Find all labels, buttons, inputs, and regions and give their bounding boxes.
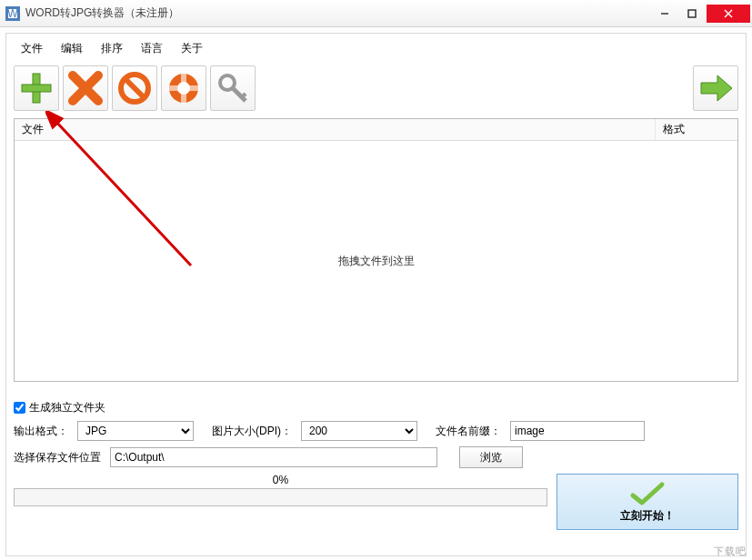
save-path-input[interactable] [110, 447, 437, 467]
toolbar [14, 62, 738, 118]
output-format-select[interactable]: JPG [77, 421, 194, 441]
watermark: 下载吧 [714, 545, 747, 558]
svg-text:W: W [7, 7, 18, 20]
menu-edit[interactable]: 编辑 [61, 41, 83, 56]
menu-language[interactable]: 语言 [141, 41, 163, 56]
add-button[interactable] [14, 65, 59, 111]
table-header: 文件 格式 [15, 119, 737, 141]
svg-line-10 [125, 79, 144, 97]
separate-folder-checkbox[interactable]: 生成独立文件夹 [14, 400, 105, 415]
checkmark-icon [629, 481, 666, 506]
start-button-label: 立刻开始！ [620, 508, 675, 524]
column-file[interactable]: 文件 [15, 119, 656, 140]
drop-hint-text: 拖拽文件到这里 [338, 254, 415, 269]
go-button[interactable] [693, 65, 738, 111]
column-format[interactable]: 格式 [656, 119, 737, 140]
svg-rect-8 [22, 85, 51, 92]
key-icon [215, 70, 251, 106]
svg-line-17 [242, 94, 246, 97]
clear-button[interactable] [112, 65, 157, 111]
svg-rect-14 [167, 85, 200, 91]
file-table: 文件 格式 拖拽文件到这里 [14, 118, 738, 382]
prefix-input[interactable] [510, 421, 645, 441]
svg-rect-4 [688, 10, 696, 17]
progress-bar [14, 488, 547, 506]
menubar: 文件 编辑 排序 语言 关于 [14, 39, 738, 62]
content-frame: 文件 编辑 排序 语言 关于 文件 格式 拖拽文 [5, 33, 747, 556]
progress-percent: 0% [14, 474, 547, 486]
help-button[interactable] [161, 65, 206, 111]
close-button[interactable] [707, 5, 750, 23]
arrow-right-icon [697, 70, 734, 106]
separate-folder-input[interactable] [14, 402, 25, 414]
lifebuoy-icon [165, 70, 202, 106]
maximize-button[interactable] [679, 5, 705, 23]
save-path-label: 选择保存文件位置 [14, 450, 101, 465]
options-panel: 生成独立文件夹 输出格式： JPG 图片大小(DPI)： 200 文件名前缀： … [14, 382, 738, 530]
menu-file[interactable]: 文件 [21, 41, 43, 56]
browse-button[interactable]: 浏览 [459, 446, 523, 468]
plus-icon [18, 70, 55, 106]
window-title: WORD转JPG转换器（未注册） [25, 5, 652, 21]
start-button[interactable]: 立刻开始！ [556, 474, 738, 530]
dpi-select[interactable]: 200 [301, 421, 417, 441]
remove-button[interactable] [63, 65, 108, 111]
prefix-label: 文件名前缀： [436, 424, 501, 439]
output-format-label: 输出格式： [14, 424, 68, 439]
minimize-button[interactable] [652, 5, 677, 23]
menu-sort[interactable]: 排序 [101, 41, 123, 56]
x-icon [67, 70, 104, 106]
register-button[interactable] [210, 65, 256, 111]
menu-about[interactable]: 关于 [181, 41, 203, 56]
file-drop-area[interactable]: 拖拽文件到这里 [15, 141, 737, 381]
dpi-label: 图片大小(DPI)： [212, 424, 292, 439]
forbidden-icon [116, 70, 153, 106]
titlebar: W WORD转JPG转换器（未注册） [0, 0, 752, 27]
app-icon: W [5, 6, 20, 21]
separate-folder-label: 生成独立文件夹 [29, 400, 105, 415]
